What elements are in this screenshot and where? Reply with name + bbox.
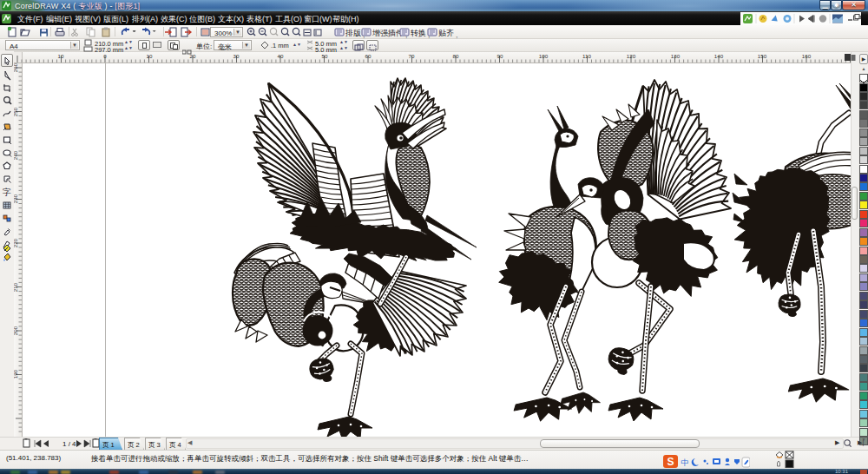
- svg-text:150: 150: [758, 53, 767, 59]
- svg-text:230: 230: [14, 194, 18, 203]
- svg-text:40: 40: [278, 53, 284, 59]
- svg-text:190: 190: [14, 369, 18, 379]
- svg-text:10: 10: [147, 53, 153, 59]
- svg-text:200: 200: [14, 326, 18, 335]
- svg-text:260: 260: [14, 63, 18, 72]
- svg-text:S: S: [667, 456, 674, 468]
- svg-text:90: 90: [497, 53, 503, 59]
- svg-text:100: 100: [539, 53, 549, 59]
- svg-text:10: 10: [58, 53, 64, 59]
- svg-text:160: 160: [802, 53, 812, 59]
- svg-text:50: 50: [322, 53, 328, 59]
- svg-text:70: 70: [409, 53, 415, 59]
- svg-text:110: 110: [582, 53, 591, 59]
- svg-text:120: 120: [627, 53, 636, 59]
- svg-text:20: 20: [190, 53, 196, 59]
- svg-text:中: 中: [681, 458, 689, 467]
- svg-text:130: 130: [671, 53, 681, 59]
- svg-text:60: 60: [365, 53, 372, 59]
- svg-text:0: 0: [103, 53, 107, 59]
- svg-text:210: 210: [14, 282, 18, 292]
- svg-text:字: 字: [3, 188, 11, 197]
- svg-text:250: 250: [14, 107, 18, 116]
- svg-text:1 / 4: 1 / 4: [62, 440, 76, 448]
- svg-text:220: 220: [14, 238, 18, 247]
- svg-text:140: 140: [714, 53, 724, 59]
- svg-text:80: 80: [453, 53, 459, 59]
- svg-text:30: 30: [233, 53, 240, 59]
- svg-text:240: 240: [14, 150, 18, 160]
